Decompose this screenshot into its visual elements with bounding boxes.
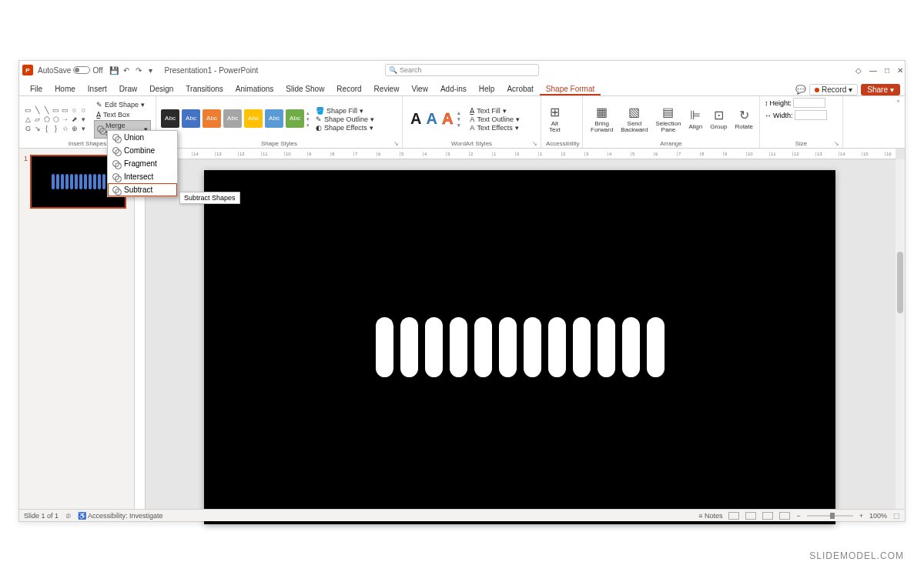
shape-capsule[interactable]	[450, 317, 467, 377]
tab-help[interactable]: Help	[473, 82, 501, 95]
group-label-arrange: Arrange	[588, 140, 755, 148]
align-button[interactable]: ⊫Align	[685, 106, 705, 132]
tab-insert[interactable]: Insert	[82, 82, 113, 95]
diamond-icon[interactable]: ◇	[855, 66, 862, 75]
group-button[interactable]: ⊡Group	[707, 106, 730, 132]
maximize-icon[interactable]: □	[885, 66, 889, 75]
language-icon[interactable]: ⎚	[66, 512, 70, 520]
shape-outline-button[interactable]: ✎Shape Outline▾	[316, 115, 374, 123]
text-fill-button[interactable]: A̲Text Fill▾	[470, 107, 520, 115]
zoom-level[interactable]: 100%	[869, 512, 887, 520]
wordart-style[interactable]: A	[410, 110, 421, 129]
style-swatch[interactable]: Abc	[182, 109, 200, 128]
shape-fill-button[interactable]: 🪣Shape Fill▾	[316, 107, 374, 115]
reading-view-icon[interactable]	[762, 512, 773, 520]
style-swatch[interactable]: Abc	[265, 109, 283, 128]
style-swatch[interactable]: Abc	[223, 109, 242, 128]
scrollbar-thumb[interactable]	[897, 252, 903, 313]
tab-animations[interactable]: Animations	[229, 82, 280, 95]
shape-capsule[interactable]	[598, 317, 615, 377]
tab-transitions[interactable]: Transitions	[179, 82, 229, 95]
tab-acrobat[interactable]: Acrobat	[500, 82, 539, 95]
alt-text-button[interactable]: ⊞Alt Text	[546, 103, 564, 135]
selection-pane-button[interactable]: ▤Selection Pane	[652, 103, 684, 135]
shape-capsule[interactable]	[376, 317, 393, 377]
text-outline-button[interactable]: AText Outline▾	[470, 115, 520, 123]
minimize-icon[interactable]: —	[869, 66, 877, 75]
menu-item-fragment[interactable]: Fragment	[108, 157, 177, 170]
style-swatch[interactable]: Abc	[203, 109, 221, 128]
dialog-launcher-icon[interactable]: ↘	[834, 140, 839, 147]
accessibility-status[interactable]: ♿ Accessibility: Investigate	[78, 512, 163, 520]
style-swatch[interactable]: Abc	[244, 109, 263, 128]
bring-forward-button[interactable]: ▦Bring Forward	[588, 103, 616, 135]
wordart-style[interactable]: A	[426, 110, 437, 129]
zoom-out-icon[interactable]: −	[796, 512, 800, 520]
redo-icon[interactable]: ↷	[132, 64, 145, 76]
slide-canvas[interactable]	[204, 170, 835, 524]
normal-view-icon[interactable]	[728, 512, 739, 520]
zoom-in-icon[interactable]: +	[859, 512, 863, 520]
shape-capsule[interactable]	[499, 317, 517, 377]
shape-capsule[interactable]	[647, 317, 665, 377]
toggle-switch-icon[interactable]	[73, 66, 90, 74]
shape-capsule[interactable]	[425, 317, 443, 377]
dialog-launcher-icon[interactable]: ↘	[393, 140, 399, 147]
tab-draw[interactable]: Draw	[113, 82, 143, 95]
tab-home[interactable]: Home	[49, 82, 82, 95]
tab-view[interactable]: View	[405, 82, 434, 95]
send-backward-button[interactable]: ▧Send Backward	[618, 103, 651, 135]
undo-icon[interactable]: ↶	[120, 64, 132, 76]
tab-shape-format[interactable]: Shape Format	[540, 82, 601, 95]
save-icon[interactable]: 💾	[108, 64, 120, 76]
height-input[interactable]	[793, 98, 825, 108]
tab-file[interactable]: File	[24, 82, 49, 95]
wordart-gallery[interactable]: A A A ▴▾▾	[407, 110, 464, 129]
workspace: 1 16151413121110987654321012345678910111…	[19, 149, 905, 509]
gallery-scroll-icon[interactable]: ▴▾▾	[306, 109, 310, 129]
menu-item-intersect[interactable]: Intersect	[108, 170, 177, 183]
tab-addins[interactable]: Add-ins	[434, 82, 473, 95]
width-input[interactable]	[795, 110, 827, 120]
record-dot-icon	[815, 88, 819, 92]
dialog-launcher-icon[interactable]: ↘	[532, 140, 537, 147]
shape-capsule[interactable]	[524, 317, 541, 377]
comments-icon[interactable]: 💬	[795, 85, 806, 95]
slideshow-view-icon[interactable]	[779, 512, 790, 520]
style-swatch[interactable]: Abc	[161, 109, 179, 128]
text-box-button[interactable]: A̲Text Box	[94, 110, 151, 119]
shape-capsule[interactable]	[474, 317, 492, 377]
vertical-scrollbar[interactable]	[896, 159, 905, 509]
menu-item-union[interactable]: Union	[108, 131, 177, 144]
gallery-scroll-icon[interactable]: ▴▾▾	[457, 110, 460, 129]
text-effects-button[interactable]: AText Effects▾	[470, 124, 520, 132]
qat-dropdown-icon[interactable]: ▾	[145, 64, 157, 76]
autosave-toggle[interactable]: AutoSave Off	[38, 66, 103, 75]
sorter-view-icon[interactable]	[745, 512, 756, 520]
style-swatch[interactable]: Abc	[286, 109, 304, 128]
notes-button[interactable]: ≡ Notes	[698, 512, 722, 520]
shape-capsule[interactable]	[548, 317, 566, 377]
share-button[interactable]: Share▾	[861, 84, 900, 95]
shape-capsule[interactable]	[400, 317, 418, 377]
collapse-ribbon-icon[interactable]: ˅	[892, 96, 905, 148]
shape-style-gallery[interactable]: Abc Abc Abc Abc Abc Abc Abc ▴▾▾	[161, 109, 310, 129]
fit-to-window-icon[interactable]: ⬚	[893, 512, 900, 520]
zoom-slider[interactable]	[807, 515, 853, 517]
tab-review[interactable]: Review	[368, 82, 406, 95]
wordart-style[interactable]: A	[442, 110, 453, 129]
tab-slideshow[interactable]: Slide Show	[280, 82, 330, 95]
shape-capsule[interactable]	[573, 317, 591, 377]
close-icon[interactable]: ✕	[897, 66, 903, 75]
shapes-gallery[interactable]: ▭╲╲▭▭○○ △▱⬠⬡→⬈▾ G↘{}☆⊕▾	[24, 105, 88, 132]
shape-capsule[interactable]	[622, 317, 640, 377]
menu-item-combine[interactable]: Combine	[108, 144, 177, 157]
tab-record[interactable]: Record	[330, 82, 367, 95]
record-button[interactable]: Record▾	[809, 84, 858, 95]
tab-design[interactable]: Design	[143, 82, 179, 95]
edit-shape-button[interactable]: ✎Edit Shape▾	[94, 100, 151, 109]
menu-item-subtract[interactable]: Subtract	[108, 183, 177, 196]
search-input[interactable]: 🔍 Search	[385, 64, 539, 76]
rotate-button[interactable]: ↻Rotate	[732, 106, 756, 132]
shape-effects-button[interactable]: ◐Shape Effects▾	[316, 124, 374, 132]
